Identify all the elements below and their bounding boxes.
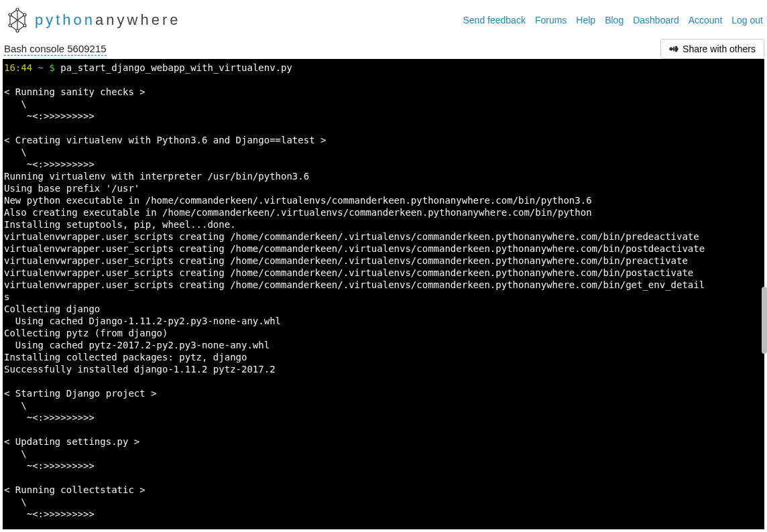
svg-point-10 xyxy=(670,48,673,50)
terminal-container: 16:44 ~ $ pa_start_django_webapp_with_vi… xyxy=(3,59,764,529)
svg-point-6 xyxy=(23,13,26,16)
nav-help[interactable]: Help xyxy=(576,15,595,25)
brand-text: pythonanywhere xyxy=(35,11,180,29)
svg-point-5 xyxy=(9,13,11,16)
nav-blog[interactable]: Blog xyxy=(605,15,624,25)
scrollbar-thumb[interactable] xyxy=(762,287,767,354)
terminal[interactable]: 16:44 ~ $ pa_start_django_webapp_with_vi… xyxy=(3,59,764,529)
brand-logo[interactable]: pythonanywhere xyxy=(4,7,180,34)
svg-point-8 xyxy=(23,24,26,27)
nav-links: Send feedback Forums Help Blog Dashboard… xyxy=(463,15,764,25)
nav-send-feedback[interactable]: Send feedback xyxy=(463,15,526,25)
nav-forums[interactable]: Forums xyxy=(535,15,567,25)
share-button[interactable]: Share with others xyxy=(660,39,764,59)
sub-header: Bash console 5609215 Share with others xyxy=(0,35,767,59)
console-title[interactable]: Bash console 5609215 xyxy=(4,43,107,56)
nav-dashboard[interactable]: Dashboard xyxy=(633,15,679,25)
svg-point-4 xyxy=(16,8,19,11)
share-icon xyxy=(669,44,678,54)
python-icon xyxy=(4,7,31,34)
share-label: Share with others xyxy=(683,44,756,54)
top-header: pythonanywhere Send feedback Forums Help… xyxy=(0,0,767,35)
svg-point-12 xyxy=(675,50,678,52)
nav-account[interactable]: Account xyxy=(689,15,723,25)
svg-point-11 xyxy=(675,46,678,48)
svg-point-9 xyxy=(16,29,19,32)
nav-logout[interactable]: Log out xyxy=(731,15,763,25)
svg-point-7 xyxy=(9,24,11,27)
